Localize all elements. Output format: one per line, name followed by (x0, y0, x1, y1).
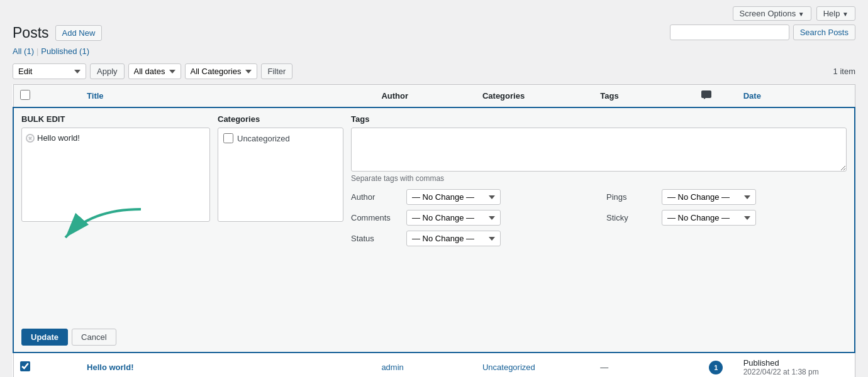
bulk-edit-post-item: Hello world! (26, 132, 206, 144)
apply-button-top[interactable]: Apply (90, 63, 125, 79)
tags-column-header: Tags (594, 85, 695, 108)
pings-select[interactable]: — No Change — (662, 189, 756, 205)
title-column-header[interactable]: Title (87, 91, 104, 101)
arrow-annotation (28, 203, 153, 253)
bulk-edit-posts-section: BULK EDIT Hello world! (21, 114, 210, 346)
comments-column-header (695, 85, 737, 108)
dates-select[interactable]: All dates (128, 63, 181, 79)
filter-all-link[interactable]: All (1) (13, 46, 34, 56)
bulk-edit-post-title: Hello world! (37, 133, 80, 143)
search-input[interactable] (670, 25, 789, 40)
category-uncategorized-label: Uncategorized (237, 134, 290, 143)
tags-section-title: Tags (351, 114, 847, 124)
post-author-link[interactable]: admin (381, 363, 403, 372)
bulk-edit-right-section: Tags Separate tags with commas Author (351, 114, 847, 251)
screen-options-label: Screen Options (740, 9, 796, 18)
author-field-label: Author (351, 192, 401, 202)
status-select[interactable]: — No Change — (406, 231, 501, 246)
screen-options-button[interactable]: Screen Options ▼ (733, 6, 811, 21)
filter-published-count: (1) (79, 46, 89, 56)
remove-post-icon[interactable] (26, 134, 35, 143)
page-title: Posts (13, 25, 49, 41)
date-column-header[interactable]: Date (743, 91, 761, 101)
update-button[interactable]: Update (21, 329, 68, 346)
select-all-checkbox-top[interactable] (20, 90, 30, 100)
status-field-label: Status (351, 234, 401, 243)
post-row: Hello world! admin Uncategorized — 1 Pub… (13, 352, 855, 377)
bulk-edit-row: BULK EDIT Hello world! (13, 107, 855, 352)
filter-all-count: (1) (24, 46, 34, 56)
categories-section-title: Categories (218, 114, 343, 124)
author-column-header: Author (375, 85, 476, 108)
cancel-button[interactable]: Cancel (72, 329, 116, 346)
post-tags: — (594, 352, 695, 377)
categories-select[interactable]: All Categories (185, 63, 257, 79)
add-new-button[interactable]: Add New (55, 25, 103, 41)
post-title-link[interactable]: Hello world! (87, 363, 133, 372)
bulk-edit-categories-section: Categories Uncategorized (218, 114, 343, 222)
author-select[interactable]: — No Change — (406, 189, 501, 205)
search-posts-button[interactable]: Search Posts (793, 25, 855, 40)
tags-hint: Separate tags with commas (351, 174, 847, 183)
categories-list: Uncategorized (218, 128, 343, 222)
help-label: Help (823, 9, 840, 18)
categories-column-header: Categories (476, 85, 594, 108)
filter-all-label: All (13, 46, 21, 56)
pings-field-label: Pings (606, 192, 657, 202)
screen-options-arrow: ▼ (798, 11, 804, 18)
tags-textarea[interactable] (351, 128, 847, 172)
bulk-action-select-top[interactable]: Edit Edit Move to Trash (13, 63, 86, 79)
comment-count-bubble[interactable]: 1 (709, 361, 723, 374)
post-date-status: Published (743, 358, 849, 368)
category-item: Uncategorized (223, 132, 338, 145)
item-count-top: 1 item (833, 67, 855, 76)
category-uncategorized-checkbox[interactable] (223, 133, 233, 143)
bulk-edit-title: BULK EDIT (21, 114, 210, 124)
comments-field-label: Comments (351, 213, 401, 222)
post-checkbox[interactable] (20, 361, 30, 371)
posts-table: Title Author Categories Tags Date (13, 84, 855, 377)
filter-published-label: Published (41, 46, 77, 56)
help-button[interactable]: Help ▼ (816, 6, 855, 21)
help-arrow: ▼ (842, 11, 849, 18)
comments-select[interactable]: — No Change — (406, 210, 501, 226)
post-date-value: 2022/04/22 at 1:38 pm (743, 368, 849, 376)
filter-published-link[interactable]: Published (1) (41, 46, 89, 56)
sticky-select[interactable]: — No Change — (662, 210, 756, 226)
filter-button[interactable]: Filter (261, 63, 293, 79)
post-category-link[interactable]: Uncategorized (482, 363, 535, 372)
filter-sep: | (36, 46, 38, 56)
sticky-field-label: Sticky (606, 213, 657, 222)
